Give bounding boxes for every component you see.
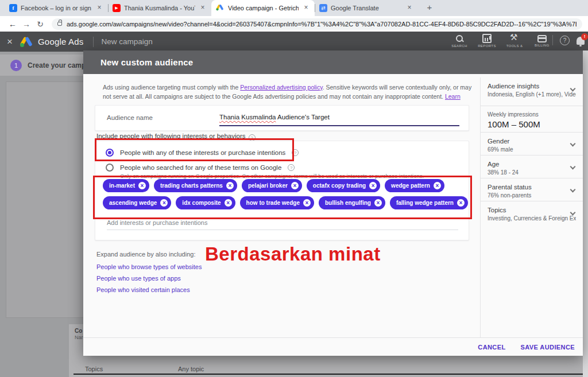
personalized-advertising-policy-link[interactable]: Personalized advertising policy: [240, 84, 322, 91]
dialog-header: New custom audience: [83, 50, 583, 74]
nav-label: SEARCH: [451, 44, 467, 48]
help-icon: [288, 164, 295, 171]
audience-name-value: Thania Kusmalinda: [219, 114, 276, 121]
remove-chip-icon[interactable]: [434, 182, 441, 189]
close-tab-icon[interactable]: [199, 4, 207, 12]
interest-chip[interactable]: ascending wedge: [103, 196, 171, 209]
interest-chip[interactable]: bullish engulfing: [319, 196, 385, 209]
section-value: 38% 18 - 24: [488, 169, 576, 176]
chip-label: in-market: [109, 182, 135, 189]
add-interests-input[interactable]: [107, 217, 458, 230]
nav-reports[interactable]: REPORTS: [475, 34, 498, 48]
close-tab-icon[interactable]: [95, 4, 103, 12]
interests-card: People with any of these interests or pu…: [95, 141, 469, 240]
notifications-bell-icon[interactable]: !: [577, 37, 585, 45]
section-title: Parental status: [488, 184, 576, 191]
section-title: Topics: [488, 207, 576, 213]
refresh-icon[interactable]: ↻: [33, 20, 47, 29]
section-value: 100M – 500M: [488, 119, 576, 129]
audience-name-card: Audience name Thania Kusmalinda Audience…: [95, 105, 469, 131]
option-search-terms-row[interactable]: People who searched for any of these ter…: [106, 164, 295, 172]
close-icon[interactable]: [0, 36, 20, 48]
url-text: ads.google.com/aw/campaigns/new/video?ch…: [67, 21, 577, 28]
google-ads-logo: [20, 36, 33, 48]
address-bar[interactable]: ads.google.com/aw/campaigns/new/video?ch…: [52, 18, 582, 30]
expand-audience-link[interactable]: People who visited certain places: [96, 286, 202, 293]
audience-name-input[interactable]: Thania Kusmalinda Audience's Target: [219, 114, 330, 121]
remove-chip-icon[interactable]: [225, 199, 232, 207]
dialog-footer: CANCEL SAVE AUDIENCE: [83, 337, 583, 356]
tab-facebook[interactable]: Facebook – log in or sign up: [5, 0, 108, 16]
insights-section-audience[interactable]: Audience insights Indonesia, English (+1…: [481, 77, 583, 106]
tab-google-translate[interactable]: Google Translate: [315, 0, 418, 16]
interest-chip[interactable]: pelajari broker: [242, 179, 302, 192]
expand-audience-link[interactable]: People who browse types of websites: [96, 263, 202, 270]
wrench-icon: [510, 34, 519, 43]
close-tab-icon[interactable]: [302, 4, 310, 12]
header-nav: SEARCH REPORTS TOOLS & BILLING: [448, 34, 554, 48]
chip-label: ascending wedge: [109, 200, 157, 206]
close-tab-icon[interactable]: [405, 4, 413, 12]
remove-chip-icon[interactable]: [457, 199, 465, 207]
nav-search[interactable]: SEARCH: [448, 34, 471, 48]
lock-icon: [57, 22, 62, 26]
interest-chip[interactable]: octafx copy trading: [307, 179, 380, 192]
interest-chip[interactable]: trading charts patterns: [154, 179, 237, 192]
radio-unselected-icon[interactable]: [106, 164, 114, 172]
header-divider: [552, 35, 553, 45]
forward-icon[interactable]: →: [20, 20, 33, 29]
help-icon[interactable]: [560, 36, 570, 45]
save-audience-button[interactable]: SAVE AUDIENCE: [521, 344, 575, 351]
interest-chip[interactable]: idx composite: [176, 196, 235, 209]
insights-section-impressions: Weekly impressions 100M – 500M: [481, 106, 583, 133]
section-title: Gender: [488, 138, 576, 145]
back-icon[interactable]: ←: [6, 20, 20, 29]
background-topics-label: Topics: [85, 366, 103, 372]
audience-name-value: Audience's Target: [276, 114, 329, 121]
nav-tools[interactable]: TOOLS &: [503, 34, 526, 48]
insights-section-age[interactable]: Age 38% 18 - 24: [481, 156, 583, 178]
youtube-icon: [113, 4, 121, 12]
remove-chip-icon[interactable]: [138, 182, 146, 189]
remove-chip-icon[interactable]: [369, 182, 377, 189]
page-title: New campaign: [102, 37, 153, 46]
background-panel: [6, 81, 84, 318]
search-icon: [455, 34, 464, 43]
nav-billing[interactable]: BILLING: [531, 34, 554, 48]
remove-chip-icon[interactable]: [160, 199, 168, 207]
insights-section-parental[interactable]: Parental status 76% non-parents: [481, 178, 583, 201]
remove-chip-icon[interactable]: [374, 199, 382, 207]
section-value: Investing, Currencies & Foreign Ex...: [488, 215, 576, 221]
interest-chip[interactable]: in-market: [103, 179, 149, 192]
expand-audience-link[interactable]: People who use types of apps: [96, 275, 202, 282]
remove-chip-icon[interactable]: [291, 182, 299, 189]
section-value: 69% male: [488, 146, 576, 153]
help-icon: [292, 149, 299, 156]
tab-title: Thania Kusmalinda - YouTube: [124, 5, 195, 11]
header-divider: [93, 37, 94, 47]
option-note: Only on campaigns running on Google prop…: [120, 173, 424, 179]
chip-label: pelajari broker: [248, 182, 288, 189]
include-people-text: Include people with following interests …: [96, 133, 246, 139]
radio-selected-icon[interactable]: [106, 149, 114, 157]
tab-youtube[interactable]: Thania Kusmalinda - YouTube: [108, 0, 211, 16]
background-text-fragment: Co: [75, 328, 82, 334]
nav-label: REPORTS: [478, 44, 496, 48]
audience-name-label: Audience name: [107, 114, 153, 121]
cancel-button[interactable]: CANCEL: [478, 344, 505, 351]
new-tab-button[interactable]: [423, 1, 436, 15]
insights-section-topics[interactable]: Topics Investing, Currencies & Foreign E…: [481, 201, 583, 226]
remove-chip-icon[interactable]: [303, 199, 311, 207]
option-interests-row[interactable]: People with any of these interests or pu…: [106, 149, 299, 157]
tab-google-ads-active[interactable]: Video campaign - Getrich - Goog: [211, 0, 315, 16]
remove-chip-icon[interactable]: [226, 182, 234, 189]
browser-tab-strip: Facebook – log in or sign up Thania Kusm…: [0, 0, 588, 16]
background-topics-value: Any topic: [178, 366, 204, 372]
interest-chip[interactable]: wedge pattern: [385, 179, 444, 192]
header-actions: !: [552, 35, 585, 45]
include-people-label: Include people with following interests …: [96, 133, 256, 141]
section-title: Weekly impressions: [488, 111, 576, 118]
interest-chip[interactable]: falling wedge pattern: [390, 196, 468, 209]
insights-section-gender[interactable]: Gender 69% male: [481, 133, 583, 156]
interest-chip[interactable]: how to trade wedge: [240, 196, 314, 209]
